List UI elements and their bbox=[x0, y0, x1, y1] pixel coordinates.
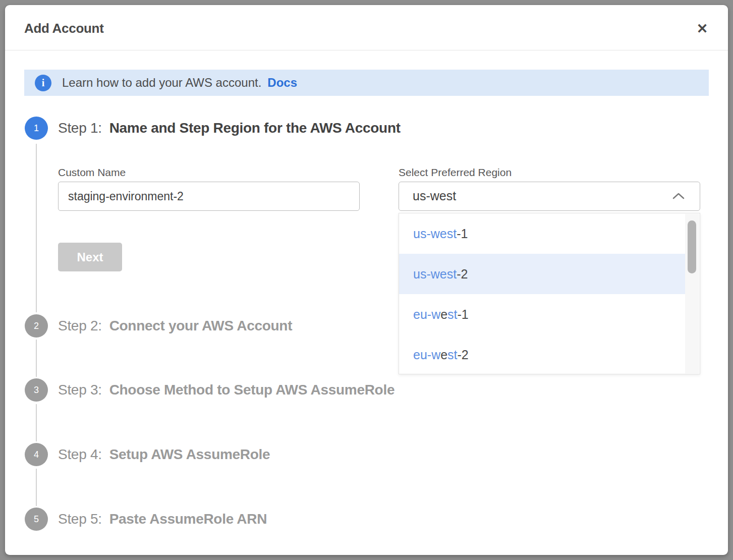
step-2-badge: 2 bbox=[25, 314, 48, 338]
step-2-number: 2 bbox=[34, 321, 39, 331]
dropdown-option-selected[interactable]: us-west-2 bbox=[399, 254, 686, 294]
dropdown-option[interactable]: us-west-1 bbox=[399, 213, 686, 254]
step-5-heading: Step 5:Paste AssumeRole ARN bbox=[58, 511, 267, 527]
step-3-prefix: Step 3: bbox=[58, 382, 102, 398]
step-connector-4-5 bbox=[36, 469, 37, 506]
custom-name-label: Custom Name bbox=[58, 166, 126, 179]
step-connector-2-3 bbox=[36, 340, 37, 377]
option-rest-text: -2 bbox=[458, 348, 469, 362]
step-3-badge: 3 bbox=[25, 378, 48, 402]
step-3-heading: Step 3:Choose Method to Setup AWS Assume… bbox=[58, 382, 394, 398]
region-select-value: us-west bbox=[413, 189, 456, 203]
banner-text: Learn how to add your AWS account. bbox=[62, 76, 261, 90]
dropdown-scrollbar-track bbox=[685, 214, 699, 373]
option-match-text: st bbox=[447, 307, 457, 322]
docs-link[interactable]: Docs bbox=[267, 76, 297, 90]
option-match-text: us-west bbox=[413, 267, 457, 282]
chevron-up-icon bbox=[672, 192, 685, 203]
dropdown-scrollbar-thumb[interactable] bbox=[688, 220, 696, 273]
step-4-badge: 4 bbox=[25, 443, 48, 466]
step-5-badge: 5 bbox=[25, 508, 48, 531]
step-5-prefix: Step 5: bbox=[58, 511, 102, 527]
region-select[interactable]: us-west bbox=[399, 182, 700, 211]
step-5-title: Paste AssumeRole ARN bbox=[109, 511, 267, 527]
step-connector-3-4 bbox=[36, 404, 37, 441]
option-rest-text: -1 bbox=[458, 307, 469, 322]
dropdown-option[interactable]: eu-west-2 bbox=[399, 334, 686, 375]
step-connector-1-2 bbox=[36, 144, 37, 312]
step-1-prefix: Step 1: bbox=[58, 120, 102, 136]
option-rest-text: -1 bbox=[457, 227, 468, 241]
step-3-title: Choose Method to Setup AWS AssumeRole bbox=[109, 382, 395, 398]
info-banner: i Learn how to add your AWS account. Doc… bbox=[24, 70, 709, 96]
option-rest-text: e bbox=[440, 307, 447, 322]
step-4-prefix: Step 4: bbox=[58, 446, 102, 462]
step-3-number: 3 bbox=[34, 385, 39, 396]
step-2-title: Connect your AWS Account bbox=[109, 318, 293, 333]
option-match-text: us-west bbox=[413, 227, 457, 241]
dropdown-option[interactable]: eu-west-1 bbox=[399, 294, 686, 334]
step-1-number: 1 bbox=[34, 123, 39, 134]
region-dropdown: us-west-1 us-west-2 eu-west-1 eu-west-2 bbox=[399, 213, 700, 374]
info-icon: i bbox=[35, 75, 51, 91]
step-2-prefix: Step 2: bbox=[58, 318, 102, 333]
next-button[interactable]: Next bbox=[58, 243, 122, 271]
step-1-title: Name and Step Region for the AWS Account bbox=[109, 120, 401, 136]
option-match-text: eu-w bbox=[413, 348, 440, 362]
dialog-header: Add Account ✕ bbox=[5, 5, 728, 50]
step-2-heading: Step 2:Connect your AWS Account bbox=[58, 318, 292, 334]
step-4-heading: Step 4:Setup AWS AssumeRole bbox=[58, 446, 270, 463]
add-account-dialog: Add Account ✕ i Learn how to add your AW… bbox=[5, 5, 728, 555]
region-label: Select Preferred Region bbox=[399, 166, 512, 179]
option-match-text: st bbox=[447, 348, 457, 362]
custom-name-input[interactable] bbox=[58, 182, 360, 211]
option-rest-text: e bbox=[440, 348, 447, 362]
close-icon[interactable]: ✕ bbox=[693, 20, 711, 38]
option-match-text: eu-w bbox=[413, 307, 440, 322]
step-1-badge: 1 bbox=[25, 117, 48, 140]
step-4-number: 4 bbox=[34, 450, 39, 460]
step-1-heading: Step 1:Name and Step Region for the AWS … bbox=[58, 120, 401, 136]
step-4-title: Setup AWS AssumeRole bbox=[109, 446, 270, 462]
option-rest-text: -2 bbox=[457, 267, 468, 282]
step-5-number: 5 bbox=[34, 514, 39, 525]
dialog-title: Add Account bbox=[24, 21, 104, 36]
